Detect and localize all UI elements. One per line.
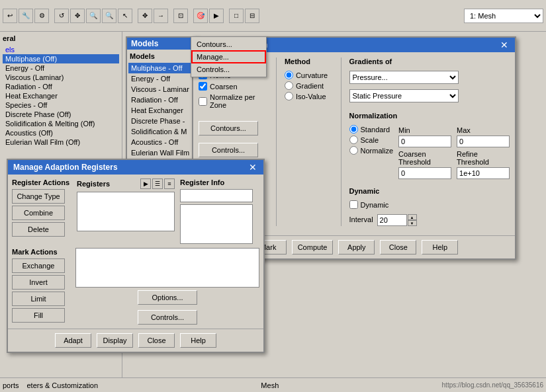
coarsen-checkbox[interactable] [199, 82, 207, 91]
models-item-2[interactable]: Viscous - Laminar [128, 84, 196, 95]
dropdown-manage[interactable]: Manage... [191, 50, 266, 63]
dropdown-contours[interactable]: Contours... [191, 38, 266, 50]
fill-button[interactable]: Fill [12, 308, 65, 323]
interval-input[interactable] [377, 214, 407, 226]
dynamic-checkbox-item[interactable]: Dynamic [349, 200, 510, 209]
scale-radio[interactable] [349, 136, 358, 144]
models-item-0[interactable]: Multiphase - Off [128, 63, 196, 73]
mesh-selector[interactable]: 1: Mesh [464, 9, 543, 23]
options-button[interactable]: Options... [138, 290, 197, 305]
adapt-button[interactable]: Adapt [55, 333, 91, 348]
help-button[interactable]: Help [422, 240, 458, 255]
left-panel-item-discrete[interactable]: Discrete Phase (Off) [3, 110, 119, 119]
interval-down-arrow[interactable]: ▼ [408, 220, 417, 226]
register-info-input[interactable] [180, 189, 253, 202]
toolbar-btn-8[interactable]: ↖ [118, 9, 132, 23]
interval-up-arrow[interactable]: ▲ [408, 214, 417, 220]
models-item-5[interactable]: Discrete Phase - [128, 116, 196, 126]
limit-button[interactable]: Limit [12, 292, 65, 306]
close-button[interactable]: Close [380, 240, 416, 255]
delete-button[interactable]: Delete [12, 222, 65, 237]
toolbar-btn-6[interactable]: 🔍 [86, 9, 101, 23]
left-panel-item-energy[interactable]: Energy - Off [3, 63, 119, 73]
toolbar-btn-2[interactable]: 🔧 [19, 9, 33, 23]
left-panel-item-multiphase[interactable]: Multiphase (Off) [3, 54, 119, 63]
manage-help-button[interactable]: Help [180, 333, 216, 348]
coarsen-threshold-input[interactable] [398, 167, 451, 179]
iso-value-radio-item[interactable]: Iso-Value [285, 92, 333, 100]
gradient-radio-item[interactable]: Gradient [285, 81, 333, 90]
left-panel-item-solidification[interactable]: Solidification & Melting (Off) [3, 119, 119, 128]
interval-spinner: ▲ ▼ [377, 214, 417, 226]
dropdown-controls[interactable]: Controls... [191, 63, 266, 75]
exchange-button[interactable]: Exchange [12, 258, 65, 273]
reg-toolbar-btn-3[interactable]: ≡ [164, 178, 175, 189]
max-input[interactable] [457, 136, 510, 147]
reg-toolbar-btn-2[interactable]: ☰ [152, 178, 163, 189]
gradient-dialog-close-icon[interactable]: ✕ [499, 40, 510, 50]
models-item-3[interactable]: Radiation - Off [128, 95, 196, 105]
curvature-radio-item[interactable]: Curvature [285, 71, 333, 79]
toolbar-btn-13[interactable]: ▶ [209, 9, 224, 23]
toolbar-btn-12[interactable]: 🎯 [193, 9, 208, 23]
left-panel-item-heat[interactable]: Heat Exchanger [3, 91, 119, 100]
toolbar-btn-10[interactable]: → [154, 9, 168, 23]
reg-toolbar-btn-1[interactable]: ▶ [140, 178, 151, 189]
iso-value-radio[interactable] [285, 92, 293, 100]
toolbar-btn-1[interactable]: ↩ [3, 9, 17, 23]
coarsen-checkbox-item[interactable]: Coarsen [199, 82, 268, 91]
manage-close-button[interactable]: Close [138, 333, 175, 348]
change-type-button[interactable]: Change Type [12, 189, 65, 204]
left-panel-item-eulerian[interactable]: Eulerian Wall Film (Off) [3, 137, 119, 147]
contours-btn[interactable]: Contours... [199, 121, 258, 136]
standard-radio-item[interactable]: Standard [349, 125, 394, 134]
compute-button[interactable]: Compute [292, 240, 334, 255]
toolbar-btn-11[interactable]: ⊡ [173, 9, 188, 23]
display-button[interactable]: Display [97, 333, 133, 348]
toolbar-btn-14[interactable]: □ [229, 9, 244, 23]
normalize-radio-item[interactable]: Normalize [349, 146, 394, 155]
toolbar-btn-9[interactable]: ✥ [138, 9, 152, 23]
left-panel-item-models[interactable]: els [3, 45, 119, 54]
toolbar-btn-3[interactable]: ⚙ [34, 9, 49, 23]
normalize-radio[interactable] [349, 146, 358, 155]
normalize-per-zone-checkbox-item[interactable]: Normalize per Zone [199, 93, 268, 109]
manage-controls-button[interactable]: Controls... [138, 310, 197, 325]
max-group: Max [457, 126, 510, 147]
models-item-6[interactable]: Solidification & M [128, 126, 196, 137]
gradient-radio[interactable] [285, 81, 293, 90]
toolbar-btn-4[interactable]: ↺ [54, 9, 69, 23]
models-item-8[interactable]: Eulerian Wall Film [128, 147, 196, 158]
models-item-4[interactable]: Heat Exchanger [128, 105, 196, 116]
models-item-1[interactable]: Energy - Off [128, 73, 196, 84]
toolbar-btn-15[interactable]: ⊟ [245, 9, 259, 23]
toolbar-btn-5[interactable]: ✥ [70, 9, 85, 23]
left-panel-item-radiation[interactable]: Radiation - Off [3, 82, 119, 91]
dynamic-checkbox[interactable] [349, 200, 358, 209]
apply-button[interactable]: Apply [338, 240, 375, 255]
registers-title-text: Registers [77, 180, 110, 188]
models-item-7[interactable]: Acoustics - Off [128, 137, 196, 147]
register-info-area[interactable] [180, 204, 253, 244]
controls-btn[interactable]: Controls... [199, 143, 258, 157]
refine-threshold-input[interactable] [457, 167, 510, 179]
normalize-per-zone-checkbox[interactable] [199, 97, 207, 106]
manage-dialog-title: Manage Adaption Registers [13, 163, 118, 172]
coarsen-label: Coarsen [210, 83, 238, 91]
left-panel-item-acoustics[interactable]: Acoustics (Off) [3, 128, 119, 137]
curvature-radio[interactable] [285, 71, 293, 79]
interval-arrows: ▲ ▼ [408, 214, 417, 226]
left-panel-item-species[interactable]: Species - Off [3, 100, 119, 110]
combine-button[interactable]: Combine [12, 206, 65, 220]
models-title: Models [131, 39, 158, 48]
manage-dialog-close-icon[interactable]: ✕ [248, 162, 258, 173]
registers-header: Registers ▶ ☰ ≡ [77, 178, 175, 189]
invert-button[interactable]: Invert [12, 275, 65, 290]
scale-radio-item[interactable]: Scale [349, 136, 394, 144]
gradients-select-1[interactable]: Pressure... [349, 71, 459, 84]
toolbar-btn-7[interactable]: 🔍 [102, 9, 116, 23]
standard-radio[interactable] [349, 125, 358, 134]
min-input[interactable] [398, 136, 451, 147]
gradients-select-2[interactable]: Static Pressure [349, 89, 459, 102]
left-panel-item-viscous[interactable]: Viscous (Laminar) [3, 73, 119, 82]
